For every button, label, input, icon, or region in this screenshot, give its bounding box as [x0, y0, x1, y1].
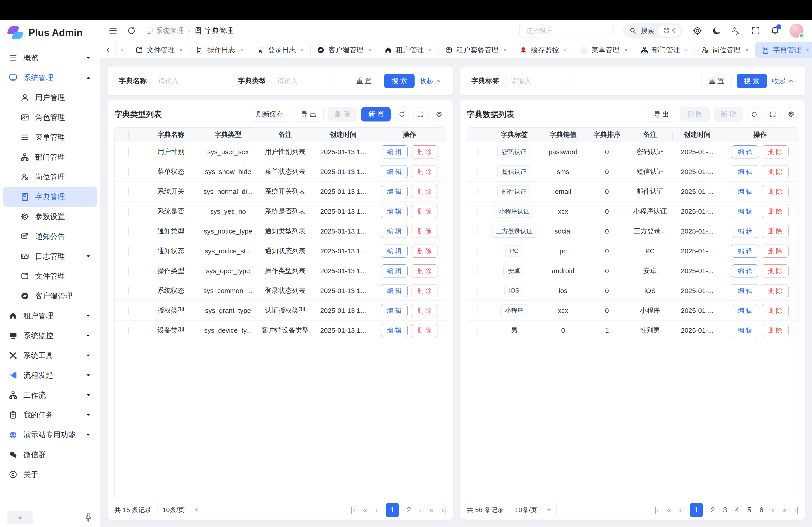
delete-button[interactable]: 删 除	[411, 244, 438, 258]
edit-button[interactable]: 编 辑	[381, 225, 408, 238]
sidebar-item[interactable]: 系统管理	[3, 68, 97, 88]
tab-close-icon[interactable]: ×	[684, 46, 688, 54]
dark-mode-moon-icon[interactable]	[712, 26, 722, 35]
search-button[interactable]: 搜 索	[384, 74, 414, 88]
edit-button[interactable]: 编 辑	[381, 185, 408, 198]
settings-gear-icon[interactable]	[693, 26, 702, 35]
pin-icon[interactable]	[83, 512, 93, 523]
sidebar-item[interactable]: 系统监控	[3, 326, 97, 346]
edit-button[interactable]: 编 辑	[381, 146, 408, 159]
edit-button[interactable]: 编 辑	[732, 324, 758, 337]
next-page-button[interactable]: ›	[419, 506, 422, 514]
sidebar-item[interactable]: 文件管理	[3, 266, 97, 286]
last-page-button[interactable]: ›|	[442, 506, 446, 514]
row-checkbox[interactable]	[478, 208, 478, 215]
row-checkbox[interactable]	[128, 307, 129, 314]
row-checkbox[interactable]	[478, 287, 478, 295]
edit-button[interactable]: 编 辑	[381, 284, 408, 297]
page-number-button[interactable]: 2	[407, 506, 411, 514]
delete-button[interactable]: 删 除	[411, 324, 438, 337]
last-page-button[interactable]: ›|	[794, 506, 798, 514]
toolbar-button[interactable]: 刷新缓存	[249, 107, 290, 121]
tab-close-icon[interactable]: ×	[428, 46, 432, 54]
delete-button[interactable]: 删 除	[762, 284, 788, 297]
sidebar-item[interactable]: 租户管理	[3, 306, 97, 326]
edit-button[interactable]: 编 辑	[732, 304, 758, 317]
tab[interactable]: 操作日志 ×	[189, 42, 250, 58]
fullscreen-icon[interactable]	[751, 26, 760, 35]
row-checkbox[interactable]	[478, 148, 478, 156]
sidebar-item[interactable]: 流程发起	[3, 365, 97, 385]
row-checkbox[interactable]	[128, 247, 129, 255]
row-checkbox[interactable]	[478, 307, 478, 314]
table-fullscreen-button[interactable]	[766, 107, 780, 121]
page-number-button[interactable]: 4	[735, 506, 739, 514]
select-all-checkbox[interactable]	[478, 131, 478, 139]
tab[interactable]: 岗位管理 ×	[695, 42, 755, 58]
row-checkbox[interactable]	[478, 168, 478, 176]
sidebar-item[interactable]: 演示站专用功能	[3, 425, 97, 445]
row-checkbox[interactable]	[128, 287, 129, 295]
back-10-pages-button[interactable]: «	[667, 506, 671, 514]
row-checkbox[interactable]	[478, 327, 478, 334]
sidebar-item[interactable]: 部门管理	[3, 147, 97, 167]
row-checkbox[interactable]	[128, 188, 129, 195]
page-size-select[interactable]: 10条/页	[157, 503, 204, 517]
sidebar-item[interactable]: 通知公告	[3, 227, 97, 246]
delete-button[interactable]: 删 除	[762, 205, 788, 218]
edit-button[interactable]: 编 辑	[732, 205, 758, 218]
user-avatar[interactable]	[789, 24, 803, 37]
sidebar-item[interactable]: 日志管理	[3, 246, 97, 266]
tab-close-icon[interactable]: ×	[563, 46, 567, 54]
row-checkbox[interactable]	[478, 267, 478, 275]
sidebar-item[interactable]: 客户端管理	[3, 286, 97, 306]
sidebar-item[interactable]: 我的任务	[3, 405, 97, 425]
prev-page-button[interactable]: ‹	[679, 506, 682, 514]
tab-close-icon[interactable]: ×	[745, 46, 749, 54]
hidden-tab-close-button[interactable]: ×	[116, 42, 129, 58]
sidebar-item[interactable]: 角色管理	[3, 107, 97, 127]
row-checkbox[interactable]	[478, 227, 478, 235]
row-checkbox[interactable]	[128, 208, 129, 215]
table-refresh-button[interactable]	[395, 107, 409, 121]
toolbar-button[interactable]: 新 增	[361, 107, 390, 121]
breadcrumb-root[interactable]: 系统管理	[145, 26, 184, 35]
table-settings-button[interactable]	[784, 107, 798, 121]
delete-button[interactable]: 删 除	[411, 165, 438, 178]
edit-button[interactable]: 编 辑	[381, 205, 408, 218]
sidebar-collapse-button[interactable]: «	[7, 511, 33, 524]
sidebar-item[interactable]: 系统工具	[3, 346, 97, 365]
language-icon[interactable]	[731, 26, 741, 35]
delete-button[interactable]: 删 除	[762, 304, 788, 317]
collapse-filters-link[interactable]: 收起	[420, 76, 441, 86]
reset-button[interactable]: 重 置	[701, 74, 731, 88]
table-fullscreen-button[interactable]	[413, 107, 427, 121]
first-page-button[interactable]: |‹	[351, 506, 355, 514]
tab[interactable]: 部门管理 ×	[634, 42, 695, 58]
refresh-icon[interactable]	[127, 26, 136, 35]
delete-button[interactable]: 删 除	[762, 185, 788, 198]
edit-button[interactable]: 编 辑	[381, 304, 408, 317]
back-10-pages-button[interactable]: «	[363, 506, 367, 514]
filter-input[interactable]: 请输入	[505, 74, 569, 88]
page-size-select[interactable]: 10条/页	[510, 503, 557, 517]
global-search-button[interactable]: 搜索 ⌘ K	[623, 24, 683, 38]
tenant-select-input[interactable]: 选择租户	[520, 24, 614, 37]
toolbar-button[interactable]: 导 出	[294, 107, 323, 121]
edit-button[interactable]: 编 辑	[732, 265, 758, 277]
tabs-scroll-left-button[interactable]	[100, 42, 116, 58]
row-checkbox[interactable]	[128, 168, 129, 176]
reset-button[interactable]: 重 置	[349, 74, 379, 88]
toolbar-button[interactable]: 删 除	[328, 107, 357, 121]
notification-bell-icon[interactable]	[770, 26, 780, 35]
filter-input[interactable]: 请输入	[153, 74, 216, 88]
delete-button[interactable]: 删 除	[411, 265, 438, 277]
sidebar-item[interactable]: 工作流	[3, 385, 97, 405]
search-button[interactable]: 搜 索	[737, 74, 767, 88]
delete-button[interactable]: 删 除	[411, 205, 438, 218]
delete-button[interactable]: 删 除	[762, 244, 788, 258]
page-number-button[interactable]: 2	[711, 506, 715, 514]
delete-button[interactable]: 删 除	[411, 146, 438, 159]
page-number-button[interactable]: 1	[690, 503, 703, 517]
tab[interactable]: 租户管理 ×	[378, 42, 438, 58]
